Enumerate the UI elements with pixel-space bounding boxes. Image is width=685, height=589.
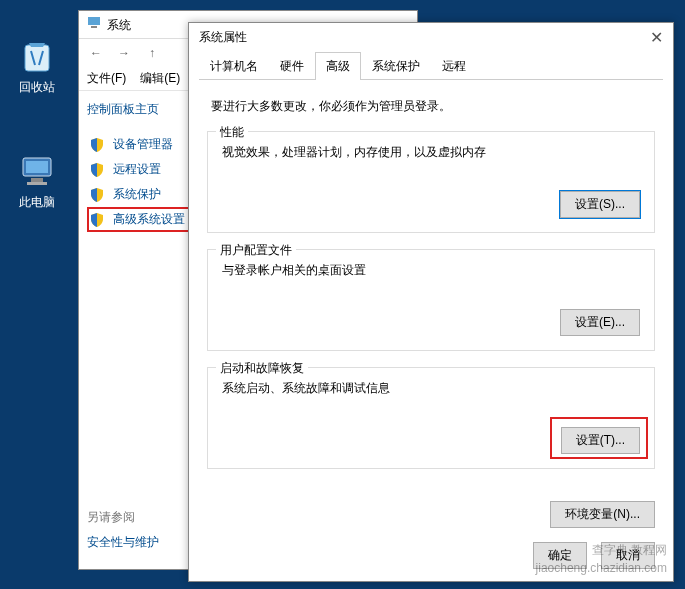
sidebar-item-label: 远程设置 [113,161,161,178]
dialog-button-row: 确定 取消 [533,542,655,569]
admin-note: 要进行大多数更改，你必须作为管理员登录。 [211,98,651,115]
back-button[interactable]: ← [87,46,105,60]
menu-edit[interactable]: 编辑(E) [140,70,180,87]
group-legend: 启动和故障恢复 [216,360,308,377]
forward-button[interactable]: → [115,46,133,60]
window-title: 系统 [107,11,131,39]
group-legend: 性能 [216,124,248,141]
desktop-icon-this-pc[interactable]: 此电脑 [7,150,67,211]
close-button[interactable]: ✕ [650,28,663,47]
this-pc-icon [17,150,57,190]
up-button[interactable]: ↑ [143,46,161,60]
recycle-bin-icon [17,35,57,75]
see-also-link-security[interactable]: 安全性与维护 [87,534,159,551]
group-description: 视觉效果，处理器计划，内存使用，以及虚拟内存 [222,144,640,161]
see-also-heading: 另请参阅 [87,509,159,526]
sidebar-item-label: 系统保护 [113,186,161,203]
performance-settings-button[interactable]: 设置(S)... [560,191,640,218]
svg-rect-2 [26,161,48,173]
cancel-button[interactable]: 取消 [601,542,655,569]
shield-icon [89,187,105,203]
sidebar-item-label: 高级系统设置 [113,211,185,228]
group-user-profiles: 用户配置文件 与登录帐户相关的桌面设置 设置(E)... [207,249,655,351]
shield-icon [89,212,105,228]
desktop-icon-recycle[interactable]: 回收站 [7,35,67,96]
group-performance: 性能 视觉效果，处理器计划，内存使用，以及虚拟内存 设置(S)... [207,131,655,233]
computer-icon [87,11,101,39]
svg-rect-6 [91,26,97,28]
svg-rect-0 [25,45,49,71]
tab-hardware[interactable]: 硬件 [269,52,315,80]
startup-settings-button[interactable]: 设置(T)... [561,427,640,454]
dialog-titlebar[interactable]: 系统属性 ✕ [189,23,673,51]
svg-rect-5 [88,17,100,25]
menu-file[interactable]: 文件(F) [87,70,126,87]
profiles-settings-button[interactable]: 设置(E)... [560,309,640,336]
system-properties-dialog: 系统属性 ✕ 计算机名 硬件 高级 系统保护 远程 要进行大多数更改，你必须作为… [188,22,674,582]
tab-system-protection[interactable]: 系统保护 [361,52,431,80]
tab-remote[interactable]: 远程 [431,52,477,80]
desktop-icon-label: 此电脑 [7,194,67,211]
desktop-icon-label: 回收站 [7,79,67,96]
shield-icon [89,162,105,178]
svg-rect-4 [27,182,47,185]
dialog-body: 要进行大多数更改，你必须作为管理员登录。 性能 视觉效果，处理器计划，内存使用，… [189,80,673,495]
group-legend: 用户配置文件 [216,242,296,259]
shield-icon [89,137,105,153]
tab-strip: 计算机名 硬件 高级 系统保护 远程 [199,51,663,80]
see-also-section: 另请参阅 安全性与维护 [87,509,159,551]
svg-rect-3 [31,178,43,182]
ok-button[interactable]: 确定 [533,542,587,569]
group-description: 系统启动、系统故障和调试信息 [222,380,640,397]
dialog-title: 系统属性 [199,29,247,46]
group-description: 与登录帐户相关的桌面设置 [222,262,640,279]
tab-advanced[interactable]: 高级 [315,52,361,80]
group-startup-recovery: 启动和故障恢复 系统启动、系统故障和调试信息 设置(T)... [207,367,655,469]
tab-computer-name[interactable]: 计算机名 [199,52,269,80]
sidebar-item-label: 设备管理器 [113,136,173,153]
environment-variables-button[interactable]: 环境变量(N)... [550,501,655,528]
